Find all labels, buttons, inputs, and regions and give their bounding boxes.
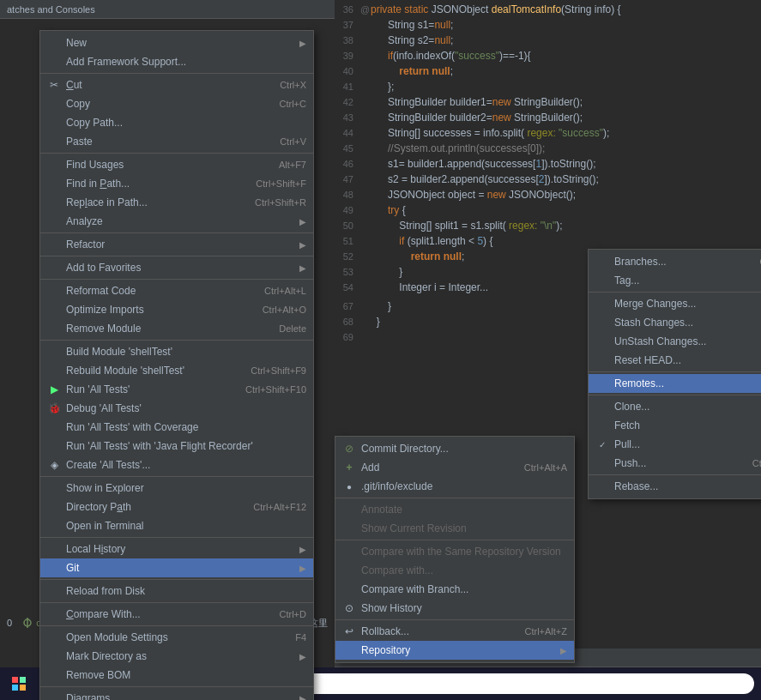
- menu-item-open-module-settings[interactable]: Open Module Settings F4: [40, 628, 313, 647]
- menu-item-debug-all-tests[interactable]: 🐞 Debug 'All Tests': [40, 399, 313, 418]
- exclude-icon: ●: [342, 482, 356, 492]
- code-line-38: 38 String s2=null;: [335, 33, 761, 48]
- menu-item-git[interactable]: Git ▶: [40, 558, 313, 577]
- menu-item-refactor[interactable]: Refactor ▶: [40, 235, 313, 254]
- separator-10: [40, 602, 313, 603]
- code-line-43: 43 StringBuilder builder2=new StringBuil…: [335, 110, 761, 125]
- separator-11: [40, 625, 313, 626]
- menu-repo-remotes[interactable]: Remotes...: [589, 374, 761, 393]
- menu-git-add[interactable]: + Add Ctrl+Alt+A: [335, 458, 574, 477]
- code-line-42: 42 StringBuilder builder1=new StringBuil…: [335, 94, 761, 110]
- menu-item-local-history[interactable]: Local History ▶: [40, 540, 313, 558]
- menu-repo-reset-head[interactable]: Reset HEAD...: [589, 351, 761, 370]
- status-label-0: 0: [7, 618, 12, 628]
- panel-header: atches and Consoles: [0, 0, 335, 19]
- separator-9: [40, 579, 313, 580]
- add-icon: +: [342, 462, 356, 474]
- separator-repo-3: [589, 395, 761, 395]
- separator-12: [40, 686, 313, 687]
- separator-git-3: [335, 619, 574, 620]
- menu-item-replace-in-path[interactable]: Replace in Path... Ctrl+Shift+R: [40, 193, 313, 212]
- menu-item-add-framework[interactable]: Add Framework Support...: [40, 52, 313, 71]
- menu-item-create-tests[interactable]: ◈ Create 'All Tests'...: [40, 456, 313, 474]
- menu-item-rebuild[interactable]: Rebuild Module 'shellTest' Ctrl+Shift+F9: [40, 361, 313, 380]
- menu-item-directory-path[interactable]: Directory Path Ctrl+Alt+F12: [40, 498, 313, 516]
- run-icon: ▶: [47, 383, 61, 395]
- code-line-46: 46 s1= builder1.append(successes[1]).toS…: [335, 156, 761, 172]
- taskbar-icon-start[interactable]: [7, 672, 31, 696]
- separator-6: [40, 340, 313, 341]
- menu-item-reformat[interactable]: Reformat Code Ctrl+Alt+L: [40, 281, 313, 300]
- context-menu-git: ⊘ Commit Directory... + Add Ctrl+Alt+A ●…: [335, 436, 575, 663]
- menu-repo-merge[interactable]: Merge Changes...: [589, 294, 761, 313]
- menu-item-new[interactable]: New ▶: [40, 33, 313, 52]
- menu-item-diagrams[interactable]: Diagrams ▶: [40, 689, 313, 700]
- menu-item-remove-module[interactable]: Remove Module Delete: [40, 319, 313, 338]
- separator-3: [40, 232, 313, 233]
- menu-item-favorites[interactable]: Add to Favorites ▶: [40, 258, 313, 277]
- menu-item-cut[interactable]: ✂ Cut Ctrl+X: [40, 75, 313, 94]
- code-line-40: 40 return null;: [335, 63, 761, 79]
- menu-item-compare-with[interactable]: Compare With... Ctrl+D: [40, 605, 313, 624]
- menu-git-rollback[interactable]: ↩ Rollback... Ctrl+Alt+Z: [335, 622, 574, 641]
- code-line-51: 51 if (split1.length < 5) {: [335, 233, 761, 249]
- menu-item-find-usages[interactable]: Find Usages Alt+F7: [40, 155, 313, 174]
- rollback-icon: ↩: [342, 625, 356, 637]
- menu-repo-stash[interactable]: Stash Changes...: [589, 313, 761, 332]
- debug-icon: 🐞: [47, 402, 61, 414]
- menu-git-show-revision: Show Current Revision: [335, 519, 574, 538]
- pull-icon: ✓: [595, 440, 609, 450]
- menu-git-show-history[interactable]: ⊙ Show History: [335, 599, 574, 618]
- show-history-icon: ⊙: [342, 602, 356, 614]
- menu-git-compare-with: Compare with...: [335, 561, 574, 580]
- menu-git-exclude[interactable]: ● .git/info/exclude: [335, 477, 574, 496]
- separator-repo-2: [589, 371, 761, 372]
- separator-2: [40, 153, 313, 154]
- menu-item-reload[interactable]: Reload from Disk: [40, 582, 313, 600]
- separator-8: [40, 537, 313, 538]
- panel-title: atches and Consoles: [7, 4, 95, 15]
- menu-item-open-terminal[interactable]: Open in Terminal: [40, 516, 313, 535]
- menu-git-compare-repo: Compare with the Same Repository Version: [335, 542, 574, 561]
- code-line-48: 48 JSONObject object = new JSONObject();: [335, 187, 761, 202]
- menu-repo-push[interactable]: Push... Ctrl+Shift+K: [589, 454, 761, 473]
- menu-repo-branches[interactable]: Branches... Ctrl+Shift+`: [589, 252, 761, 271]
- menu-item-find-in-path[interactable]: Find in Path... Ctrl+Shift+F: [40, 174, 313, 193]
- menu-item-run-all-tests[interactable]: ▶ Run 'All Tests' Ctrl+Shift+F10: [40, 380, 313, 399]
- menu-item-paste[interactable]: Paste Ctrl+V: [40, 132, 313, 151]
- svg-rect-2: [12, 677, 18, 683]
- code-line-36: 36 @ private static JSONObject dealTomca…: [335, 2, 761, 17]
- menu-item-remove-bom[interactable]: Remove BOM: [40, 666, 313, 685]
- code-line-44: 44 String[] successes = info.split( rege…: [335, 125, 761, 141]
- code-line-50: 50 String[] split1 = s1.split( regex: "\…: [335, 218, 761, 233]
- separator-4: [40, 256, 313, 256]
- menu-item-show-explorer[interactable]: Show in Explorer: [40, 479, 313, 498]
- menu-git-repository[interactable]: Repository ▶: [335, 641, 574, 660]
- separator-git-2: [335, 540, 574, 540]
- code-line-47: 47 s2 = builder2.append(successes[2]).to…: [335, 172, 761, 187]
- menu-item-copy-path[interactable]: Copy Path...: [40, 113, 313, 132]
- menu-repo-unstash[interactable]: UnStash Changes...: [589, 332, 761, 351]
- menu-item-optimize-imports[interactable]: Optimize Imports Ctrl+Alt+O: [40, 300, 313, 319]
- cut-icon: ✂: [47, 79, 61, 91]
- menu-item-analyze[interactable]: Analyze ▶: [40, 212, 313, 231]
- menu-repo-rebase[interactable]: Rebase...: [589, 477, 761, 496]
- menu-repo-fetch[interactable]: Fetch: [589, 416, 761, 435]
- menu-repo-clone[interactable]: Clone...: [589, 397, 761, 416]
- code-line-41: 41 };: [335, 79, 761, 94]
- menu-item-copy[interactable]: Copy Ctrl+C: [40, 94, 313, 113]
- menu-git-commit-dir[interactable]: ⊘ Commit Directory...: [335, 439, 574, 458]
- menu-git-compare-branch[interactable]: Compare with Branch...: [335, 580, 574, 599]
- separator-repo-4: [589, 474, 761, 475]
- menu-item-run-jfr[interactable]: Run 'All Tests' with 'Java Flight Record…: [40, 437, 313, 456]
- commit-dir-icon: ⊘: [342, 443, 356, 455]
- separator-repo-1: [589, 292, 761, 293]
- menu-item-mark-directory[interactable]: Mark Directory as ▶: [40, 647, 313, 666]
- separator-5: [40, 279, 313, 280]
- code-line-49: 49 try {: [335, 202, 761, 218]
- menu-item-build[interactable]: Build Module 'shellTest': [40, 342, 313, 361]
- menu-repo-tag[interactable]: Tag...: [589, 271, 761, 290]
- separator-7: [40, 476, 313, 477]
- menu-repo-pull[interactable]: ✓ Pull...: [589, 435, 761, 454]
- menu-item-run-coverage[interactable]: Run 'All Tests' with Coverage: [40, 418, 313, 437]
